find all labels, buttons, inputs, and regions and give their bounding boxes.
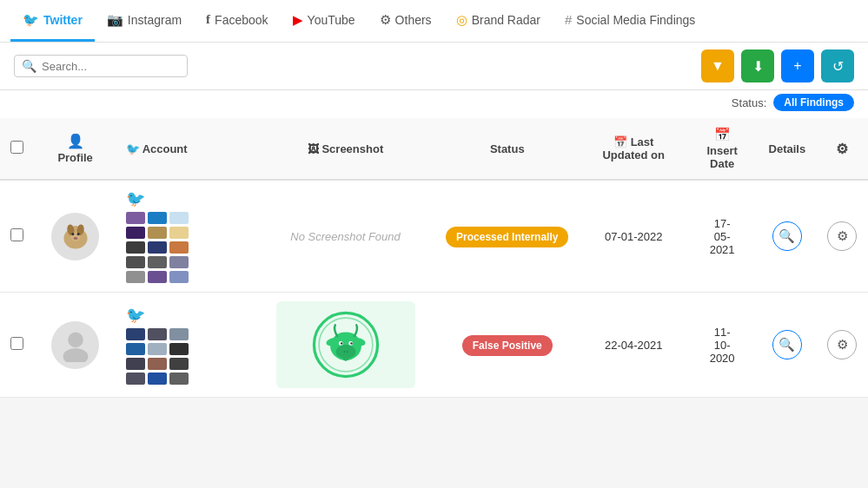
search-row-icon: 🔍	[779, 337, 795, 353]
dog-avatar-svg	[58, 219, 93, 254]
swatch	[126, 227, 145, 239]
row1-settings-button[interactable]: ⚙	[827, 221, 857, 251]
facebook-nav-icon: f	[206, 12, 210, 27]
screenshot-header-icon: 🖼	[308, 142, 319, 155]
swatch	[148, 271, 167, 283]
refresh-button[interactable]: ↺	[821, 49, 854, 82]
row1-details-button[interactable]: 🔍	[772, 221, 802, 251]
twitter-account-header-icon: 🐦	[126, 142, 140, 155]
refresh-icon: ↺	[832, 58, 844, 75]
nav-item-others[interactable]: ⚙ Others	[368, 0, 444, 42]
swatch	[148, 241, 167, 254]
swatch	[148, 328, 167, 340]
svg-point-6	[76, 233, 79, 235]
select-all-checkbox[interactable]	[10, 141, 23, 154]
row2-swatch-grid	[126, 328, 247, 385]
row1-insert-date-cell: 17-05-2021	[686, 180, 758, 293]
nav-item-facebook[interactable]: f Facebook	[194, 0, 280, 42]
row2-screenshot-preview	[276, 301, 415, 388]
swatch	[148, 212, 167, 224]
search-input[interactable]	[42, 60, 181, 73]
row2-insert-date-cell: 11-10-2020	[686, 293, 758, 398]
swatch	[126, 256, 145, 268]
youtube-nav-icon: ▶	[293, 12, 303, 28]
col-header-profile: 👤 Profile	[36, 118, 116, 180]
svg-point-7	[73, 237, 77, 240]
row1-checkbox[interactable]	[10, 228, 23, 241]
swatch	[148, 373, 167, 385]
row2-checkbox-cell	[0, 293, 36, 398]
row2-settings-cell: ⚙	[817, 293, 868, 398]
row1-insert-date-value: 17-05-2021	[697, 217, 747, 256]
nav-label-youtube: YouTube	[308, 13, 355, 27]
add-icon: +	[793, 58, 801, 74]
row2-checkbox[interactable]	[10, 337, 23, 350]
swatch	[169, 343, 189, 355]
row1-profile-cell	[36, 180, 116, 293]
toolbar: 🔍 ▼ ⬇ + ↺	[0, 43, 868, 90]
col-header-details: Details	[758, 118, 817, 180]
swatch	[126, 241, 145, 254]
search-row-icon: 🔍	[779, 228, 795, 244]
swatch	[126, 328, 145, 340]
col-header-screenshot: 🖼 Screenshot	[257, 118, 434, 180]
person-avatar-svg	[58, 327, 93, 362]
swatch	[126, 212, 145, 224]
row2-settings-button[interactable]: ⚙	[827, 330, 857, 359]
row2-status-cell: False Positive	[434, 293, 580, 398]
search-box: 🔍	[14, 55, 188, 77]
table-row: 🐦	[0, 180, 868, 293]
table-header-row: 👤 Profile 🐦 Account 🖼 Screenshot Status …	[0, 118, 868, 180]
swatch	[148, 343, 167, 355]
main-table: 👤 Profile 🐦 Account 🖼 Screenshot Status …	[0, 118, 868, 398]
row2-details-button[interactable]: 🔍	[772, 330, 802, 359]
row1-status-cell: Processed Internally	[434, 180, 580, 293]
row2-details-cell: 🔍	[758, 293, 817, 398]
gear-row-icon: ⚙	[837, 337, 848, 353]
row2-profile-avatar	[51, 321, 99, 369]
swatch	[148, 256, 167, 268]
table-row: 🐦	[0, 293, 868, 398]
row2-account-cell: 🐦	[116, 293, 257, 398]
row1-account-cell: 🐦	[116, 180, 257, 293]
swatch	[148, 227, 167, 239]
row2-profile-cell	[36, 293, 116, 398]
social-media-findings-nav-icon: #	[565, 12, 572, 27]
row1-screenshot-cell: No Screenshot Found	[257, 180, 434, 293]
gear-row-icon: ⚙	[837, 228, 848, 244]
row1-details-cell: 🔍	[758, 180, 817, 293]
others-nav-icon: ⚙	[380, 12, 391, 28]
swatch	[169, 241, 189, 254]
row1-swatch-grid	[126, 212, 247, 283]
col-header-checkbox	[0, 118, 36, 180]
status-row: Status: All Findings	[0, 90, 868, 118]
nav-item-brand-radar[interactable]: ◎ Brand Radar	[444, 0, 553, 42]
profile-header-icon: 👤	[67, 133, 84, 149]
twitter-nav-icon: 🐦	[23, 12, 39, 28]
swatch	[169, 373, 189, 385]
swatch	[126, 271, 145, 283]
nav-item-social-media-findings[interactable]: # Social Media Findings	[553, 0, 707, 42]
row1-last-updated-cell: 07-01-2022	[580, 180, 686, 293]
svg-point-22	[346, 351, 348, 353]
nav-label-instagram: Instagram	[128, 13, 182, 27]
nav-item-twitter[interactable]: 🐦 Twitter	[10, 0, 95, 42]
nav-label-facebook: Facebook	[215, 13, 268, 27]
nav-item-instagram[interactable]: 📷 Instagram	[95, 0, 194, 42]
col-header-settings: ⚙	[817, 118, 868, 180]
swatch	[148, 358, 167, 370]
filter-button[interactable]: ▼	[701, 49, 734, 82]
col-header-account: 🐦 Account	[116, 118, 257, 180]
status-badge[interactable]: All Findings	[773, 94, 854, 111]
nav-bar: 🐦 Twitter 📷 Instagram f Facebook ▶ YouTu…	[0, 0, 868, 43]
add-button[interactable]: +	[781, 49, 814, 82]
row1-checkbox-cell	[0, 180, 36, 293]
nav-item-youtube[interactable]: ▶ YouTube	[281, 0, 368, 42]
row1-twitter-icon: 🐦	[126, 189, 247, 208]
col-header-insert-date: 📅 Insert Date	[686, 118, 758, 180]
filter-icon: ▼	[711, 58, 725, 74]
download-button[interactable]: ⬇	[741, 49, 774, 82]
row2-screenshot-cell	[257, 293, 434, 398]
col-header-last-updated: 📅 Last Updated on	[580, 118, 686, 180]
svg-point-18	[340, 342, 341, 344]
